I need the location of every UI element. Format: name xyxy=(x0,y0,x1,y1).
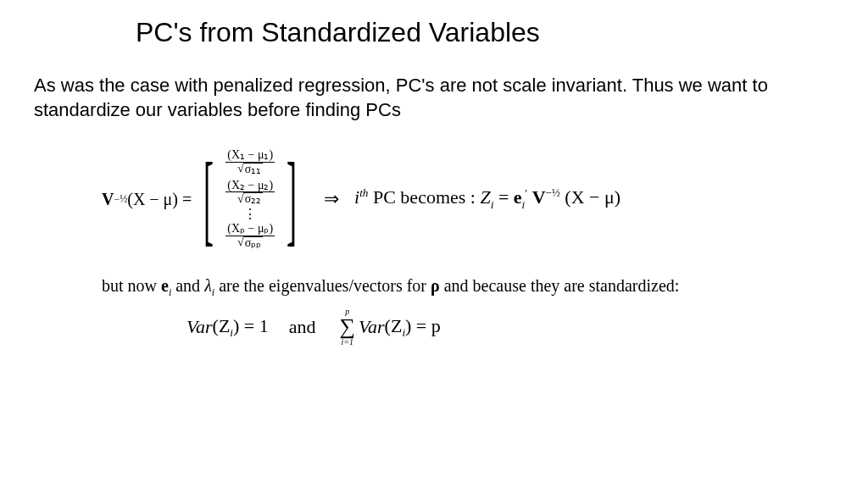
var2-z-open: (Z xyxy=(385,315,403,336)
z-sub: i xyxy=(491,198,494,211)
e-sub: i xyxy=(522,198,526,211)
summation: p ∑ i=1 xyxy=(340,308,356,347)
note-line: but now ei and λi are the eigenvalues/ve… xyxy=(102,276,834,299)
x-mu-rhs: (X − μ) xyxy=(565,187,620,208)
and-text: and xyxy=(289,316,316,338)
vector-entries: (X₁ − μ₁) σ₁₁ (X₂ − μ₂) σ₂₂ ⋮ (Xₚ − μₚ) … xyxy=(225,147,275,251)
vec1-num: (X₁ − μ₁) xyxy=(225,149,275,163)
th-sup: th xyxy=(359,186,368,199)
vecp-den: σₚₚ xyxy=(236,236,264,250)
note-tail: and because they are standardized: xyxy=(444,276,680,295)
implies-arrow: ⇒ xyxy=(324,188,339,210)
note-and1: and xyxy=(175,276,204,295)
variance-line: Var (Zi) = 1 and p ∑ i=1 Var (Zi) = p xyxy=(186,308,834,347)
vec2-den-inner: σ₂₂ xyxy=(243,192,264,206)
becomes-text: PC becomes : xyxy=(373,187,481,208)
left-bracket: [ xyxy=(203,148,214,250)
vec-entry-1: (X₁ − μ₁) σ₁₁ xyxy=(225,149,275,175)
rhs: ith PC becomes : Zi = ei′ V−½ (X − μ) xyxy=(354,186,620,212)
note-e-sub: i xyxy=(169,286,171,298)
sum-bot: i=1 xyxy=(342,338,354,347)
vec-entry-2: (X₂ − μ₂) σ₂₂ xyxy=(225,180,275,206)
note-lambda: λ xyxy=(204,276,212,295)
vecp-num: (Xₚ − μₚ) xyxy=(225,223,275,236)
vec1-den: σ₁₁ xyxy=(236,163,264,176)
v-symbol: V xyxy=(102,190,114,209)
var1-z-open: (Z xyxy=(213,315,231,336)
body-text: As was the case with penalized regressio… xyxy=(34,74,834,122)
v-exp-rhs: −½ xyxy=(546,186,560,199)
e-vec: e xyxy=(514,187,522,208)
vdots: ⋮ xyxy=(243,208,257,221)
var2-close: ) = p xyxy=(405,315,441,336)
right-bracket: ] xyxy=(287,148,297,250)
vec-entry-p: (Xₚ − μₚ) σₚₚ xyxy=(225,223,275,249)
sigma-symbol: ∑ xyxy=(340,316,356,338)
e-prime: ′ xyxy=(525,186,527,199)
var1-close: ) = 1 xyxy=(233,315,269,336)
var1: Var xyxy=(186,316,213,338)
vecp-den-inner: σₚₚ xyxy=(243,236,264,250)
note-rest: are the eigenvalues/vectors for xyxy=(219,276,431,295)
z-symbol: Z xyxy=(480,187,490,208)
vec2-num: (X₂ − μ₂) xyxy=(225,180,275,193)
vec1-den-inner: σ₁₁ xyxy=(243,163,264,176)
var2-z: (Zi) = p xyxy=(385,315,441,340)
slide: PC's from Standardized Variables As was … xyxy=(0,0,868,363)
note-e: e xyxy=(161,276,169,295)
var2: Var xyxy=(359,316,385,338)
vec2-den: σ₂₂ xyxy=(236,192,264,206)
lhs: V−½ (X − μ) = xyxy=(102,190,192,209)
note-pre: but now xyxy=(102,276,161,295)
eq-sign: = xyxy=(498,187,514,208)
var1-z: (Zi) = 1 xyxy=(213,315,269,340)
v-exp: −½ xyxy=(114,193,127,206)
x-mu: (X − μ) = xyxy=(127,190,192,209)
v-symbol-rhs: V xyxy=(532,187,546,208)
main-equation: V−½ (X − μ) = [ (X₁ − μ₁) σ₁₁ (X₂ − μ₂) … xyxy=(102,147,834,251)
page-title: PC's from Standardized Variables xyxy=(136,17,834,48)
note-lambda-sub: i xyxy=(212,286,214,298)
note-rho: ρ xyxy=(431,276,440,295)
